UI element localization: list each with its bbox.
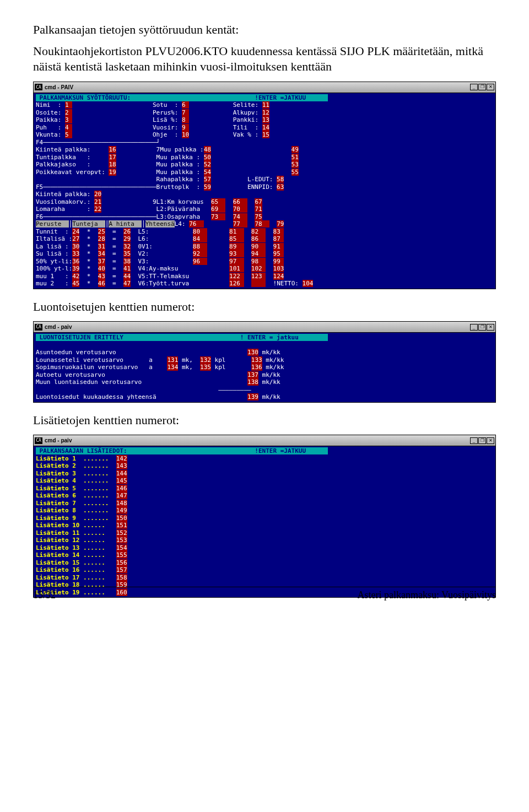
window-title-3: cmd - paiv xyxy=(45,437,72,443)
close-icon[interactable]: ✕ xyxy=(487,437,494,444)
titlebar-2[interactable]: CA cmd - paiv _ ❐ ✕ xyxy=(34,322,495,333)
window-paiv-3: CA cmd - paiv _ ❐ ✕ PALKANSAAJAN LISÄTIE… xyxy=(33,435,496,598)
page-number: 15/32 xyxy=(33,589,56,601)
maximize-icon[interactable]: ❐ xyxy=(478,437,486,444)
terminal-1: PALKANMAKSUN SYÖTTÖRUUTU: !ENTER =JATKUU… xyxy=(34,93,495,289)
minimize-icon[interactable]: _ xyxy=(470,437,478,444)
page-footer: 15/32 Asteri palkanmaksu: Vuosipäivitys xyxy=(33,587,496,601)
window-title-1: cmd - PAIV xyxy=(45,84,73,90)
maximize-icon[interactable]: ❐ xyxy=(478,324,486,331)
titlebar-3[interactable]: CA cmd - paiv _ ❐ ✕ xyxy=(34,435,495,446)
cmd-icon: CA xyxy=(35,324,42,331)
cmd-icon: CA xyxy=(35,437,42,444)
window-paiv-2: CA cmd - paiv _ ❐ ✕ LUONTOISETUJEN ERITT… xyxy=(33,321,496,403)
heading-1: Palkansaajan tietojen syöttöruudun kentä… xyxy=(33,22,496,38)
footer-title: Asteri palkanmaksu: Vuosipäivitys xyxy=(357,589,496,601)
minimize-icon[interactable]: _ xyxy=(470,84,478,90)
close-icon[interactable]: ✕ xyxy=(487,324,494,331)
close-icon[interactable]: ✕ xyxy=(487,84,494,90)
titlebar-1[interactable]: CA cmd - PAIV _ ❐ ✕ xyxy=(34,82,495,93)
maximize-icon[interactable]: ❐ xyxy=(478,84,486,90)
window-title-2: cmd - paiv xyxy=(45,324,72,330)
heading-2: Luontoisetujen kenttien numerot: xyxy=(33,299,496,315)
cmd-icon: CA xyxy=(35,84,42,90)
terminal-2: LUONTOISETUJEN ERITTELY ! ENTER = jatkuu… xyxy=(34,333,495,402)
window-paiv-1: CA cmd - PAIV _ ❐ ✕ PALKANMAKSUN SYÖTTÖR… xyxy=(33,82,496,289)
para-1: Noukintaohjekortiston PLVU2006.KTO kuude… xyxy=(33,44,496,75)
heading-3: Lisätietojen kenttien numerot: xyxy=(33,413,496,429)
minimize-icon[interactable]: _ xyxy=(470,324,478,331)
terminal-3: PALKANSAAJAN LISÄTIEDOT: !ENTER =JATKUU … xyxy=(34,446,495,597)
